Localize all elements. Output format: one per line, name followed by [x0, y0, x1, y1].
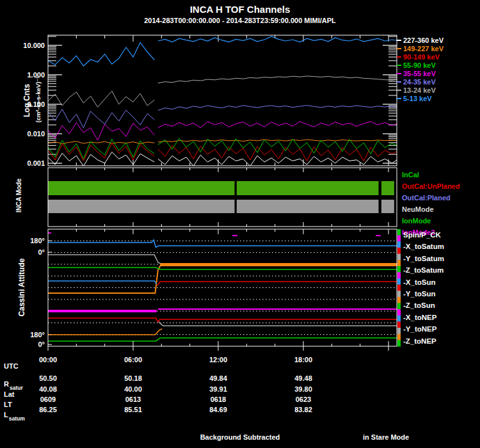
attitude-color-strip-segment — [397, 254, 401, 260]
tof-legend-item: 13-24 keV — [397, 86, 436, 94]
table-cell-R: 50.18 — [113, 374, 154, 382]
attitude-series--Y_toNEP — [48, 318, 397, 322]
attitude-color-strip-segment — [397, 248, 401, 254]
attitude-series--Y_toSatum — [48, 255, 397, 264]
tof-legend-item: 5-13 keV — [397, 94, 432, 102]
table-cell-UTC: 12:00 — [198, 356, 239, 364]
tof-series-24-35 keV — [48, 109, 154, 128]
attitude-color-strip-segment — [397, 334, 401, 340]
ion-mode-bar — [237, 181, 379, 195]
tof-ytick-label: 0.010 — [13, 130, 45, 138]
table-row-label-L: Lsatum — [4, 408, 24, 420]
legend-color-dash — [397, 81, 401, 83]
neu-mode-bar — [237, 200, 379, 213]
attitude-legend-item: -Z_toNEP — [403, 336, 436, 346]
attitude-legend-item: -X_toSatum — [403, 241, 444, 251]
table-cell-Lat: 39.80 — [283, 385, 324, 393]
row-label-subscript: satum — [9, 415, 25, 422]
attitude-legend-item: Spin/P_CK — [403, 230, 441, 239]
tof-legend-label: 90-149 keV — [403, 53, 440, 61]
row-label-text: L — [4, 411, 8, 419]
legend-color-dash — [397, 48, 401, 49]
mode-ylabel: INCA Mode — [15, 167, 22, 225]
attitude-color-strip-segment — [397, 321, 401, 328]
ion-mode-bar — [381, 181, 394, 195]
attitude-color-strip-segment — [397, 309, 401, 316]
attitude-ytick-label: 0° — [17, 340, 45, 348]
table-cell-L: 84.69 — [198, 406, 239, 413]
table-cell-UTC: 00:00 — [28, 356, 68, 364]
attitude-color-strip-segment — [397, 266, 401, 273]
tof-legend-label: 227-360 keV — [403, 36, 444, 44]
footer-stare-mode: in Stare Mode — [363, 433, 409, 441]
attitude-series--Z_toSatum — [48, 329, 162, 335]
tof-legend-item: 55-90 keV — [397, 61, 436, 69]
tof-legend-item: 35-55 keV — [397, 69, 436, 77]
attitude-legend-item: -Y_toSun — [403, 289, 435, 298]
attitude-series--X_toSatum — [48, 240, 397, 248]
attitude-color-strip-segment — [397, 291, 401, 297]
screenshot-root: INCA H TOF Channels 2014-283T00:00:00.00… — [0, 0, 480, 448]
attitude-panel-frame — [48, 229, 397, 346]
neu-mode-bar — [381, 200, 394, 213]
tof-legend-item: 227-360 keV — [397, 36, 444, 44]
attitude-legend-item: -X_toNEP — [403, 312, 436, 322]
tof-legend-label: 55-90 keV — [403, 61, 436, 69]
attitude-series--X_toSun — [48, 268, 397, 269]
table-cell-UTC: 06:00 — [113, 356, 154, 364]
ion-mode-bar — [48, 181, 234, 195]
table-cell-LT: 0609 — [28, 396, 68, 403]
attitude-legend-item: -X_toSun — [403, 277, 435, 287]
table-cell-Lat: 40.08 — [28, 385, 68, 393]
tof-ytick-label: 0.100 — [13, 100, 45, 108]
table-cell-R: 49.84 — [198, 374, 239, 382]
tof-ytick-label: 10.000 — [13, 42, 45, 49]
table-cell-L: 85.51 — [113, 406, 154, 413]
tof-legend-label: 24-35 keV — [403, 78, 436, 86]
attitude-color-strip-segment — [397, 278, 401, 285]
attitude-color-strip-segment — [397, 340, 401, 346]
attitude-ytick-label: 0° — [17, 248, 45, 256]
tof-series-5-13 keV — [48, 42, 154, 66]
legend-color-dash — [397, 40, 401, 41]
table-cell-R: 50.50 — [28, 374, 68, 382]
legend-color-dash — [397, 65, 401, 66]
neu-mode-bar — [48, 200, 234, 213]
attitude-series--Z_toNEP — [48, 338, 397, 341]
attitude-series--Y_toSun — [48, 281, 157, 284]
tof-ytick-label: 1.000 — [13, 71, 45, 79]
table-cell-R: 49.48 — [283, 374, 324, 382]
row-label-text: Lat — [4, 390, 15, 398]
tof-legend-item: 90-149 keV — [397, 52, 440, 61]
tof-panel-frame — [48, 35, 397, 166]
mode-legend-item: OutCal:Planed — [402, 193, 451, 202]
mode-legend-item: OutCal:UnPlaned — [402, 182, 460, 191]
tof-legend-label: 149-227 keV — [403, 45, 444, 52]
attitude-legend-item: -Z_toSun — [403, 300, 435, 310]
table-row-label-UTC: UTC — [4, 360, 19, 371]
mode-panel-frame — [48, 168, 397, 227]
table-cell-L: 83.82 — [283, 406, 324, 413]
attitude-color-strip-segment — [397, 297, 401, 303]
attitude-legend-item: -Y_toNEP — [403, 324, 436, 333]
attitude-color-strip-segment — [397, 303, 401, 310]
table-cell-L: 86.25 — [28, 406, 68, 413]
footer-background-subtracted: Background Subtracted — [179, 433, 301, 441]
mode-legend-item: InCal — [402, 170, 419, 179]
table-cell-LT: 0623 — [283, 396, 324, 403]
attitude-color-strip-segment — [397, 285, 401, 291]
tof-ytick-label: 0.001 — [13, 159, 45, 167]
attitude-color-strip-segment — [397, 328, 401, 334]
tof-series-227-360 keV — [48, 152, 154, 166]
attitude-color-strip-segment — [397, 316, 401, 322]
legend-color-dash — [397, 56, 401, 58]
attitude-color-strip-segment — [397, 236, 401, 242]
row-label-text: LT — [4, 401, 12, 408]
mode-legend-item: NeuMode — [402, 205, 434, 214]
table-cell-Lat: 39.91 — [198, 385, 239, 393]
attitude-color-strip-segment — [397, 229, 401, 236]
attitude-color-strip-segment — [397, 260, 401, 266]
legend-color-dash — [397, 98, 401, 99]
table-cell-Lat: 40.00 — [113, 385, 154, 393]
attitude-legend-item: -Z_toSatum — [403, 265, 444, 275]
